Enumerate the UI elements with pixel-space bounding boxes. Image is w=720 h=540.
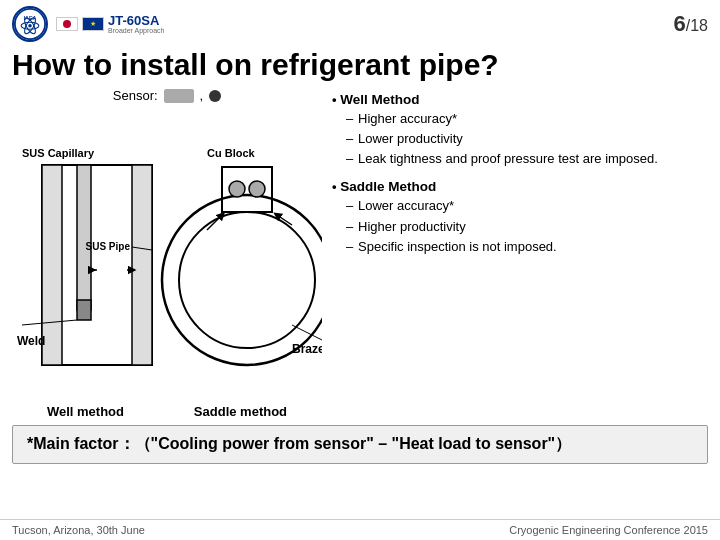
logos: IAEA ★ JT-60SA Broader Approach (12, 6, 164, 42)
list-item: Lower productivity (346, 129, 708, 149)
svg-rect-12 (132, 165, 152, 365)
saddle-method-list: Lower accuracy* Higher productivity Spec… (332, 196, 708, 256)
sensor-label-row: Sensor: , (113, 88, 221, 103)
list-item: Higher accuracy* (346, 109, 708, 129)
well-method-list: Higher accuracy* Lower productivity Leak… (332, 109, 708, 169)
jt60sa-logo-area: ★ JT-60SA Broader Approach (56, 14, 164, 34)
conference-label: Cryogenic Engineering Conference 2015 (509, 524, 708, 536)
footer-note: *Main factor：（"Cooling power from sensor… (12, 425, 708, 464)
main-content: Sensor: , SUS Capillary Cu Block (0, 88, 720, 419)
sensor-circle (209, 90, 221, 102)
method-labels: Well method Saddle method (12, 404, 322, 419)
location-label: Tucson, Arizona, 30th June (12, 524, 145, 536)
list-item: Leak tightness and proof pressure test a… (346, 149, 708, 169)
svg-text:Weld: Weld (17, 334, 45, 348)
well-method-section: • Well Method Higher accuracy* Lower pro… (332, 92, 708, 169)
list-item: Lower accuracy* (346, 196, 708, 216)
svg-point-22 (229, 181, 245, 197)
svg-point-5 (28, 24, 32, 28)
saddle-method-section: • Saddle Method Lower accuracy* Higher p… (332, 179, 708, 256)
svg-text:Cu Block: Cu Block (207, 147, 256, 159)
diagram-area: Sensor: , SUS Capillary Cu Block (12, 88, 322, 419)
diagram-svg: SUS Capillary Cu Block Weld SUS Pipe (12, 105, 322, 400)
header: IAEA ★ JT-60SA Broader Approach (0, 0, 720, 44)
list-item: Specific inspection is not imposed. (346, 237, 708, 257)
bottom-bar: Tucson, Arizona, 30th June Cryogenic Eng… (0, 519, 720, 540)
sensor-box (164, 89, 194, 103)
iaea-logo: IAEA (12, 6, 48, 42)
eu-flag: ★ (82, 17, 104, 31)
page-title: How to install on refrigerant pipe? (0, 44, 720, 88)
svg-rect-9 (77, 165, 91, 310)
page-number: 6/18 (674, 11, 709, 37)
svg-point-19 (162, 195, 322, 365)
japan-flag (56, 17, 78, 31)
svg-point-23 (249, 181, 265, 197)
svg-text:SUS Pipe: SUS Pipe (86, 241, 131, 252)
svg-rect-10 (77, 300, 91, 320)
text-area: • Well Method Higher accuracy* Lower pro… (332, 88, 708, 419)
svg-text:SUS Capillary: SUS Capillary (22, 147, 95, 159)
jt60sa-text: JT-60SA Broader Approach (108, 14, 164, 34)
list-item: Higher productivity (346, 217, 708, 237)
svg-text:Braze: Braze (292, 342, 322, 356)
svg-point-20 (179, 212, 315, 348)
